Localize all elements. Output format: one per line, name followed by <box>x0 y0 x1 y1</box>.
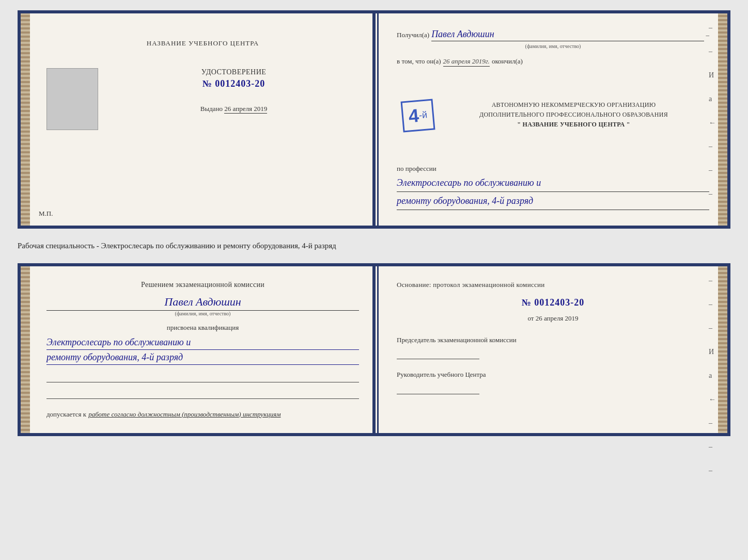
cert-photo-area: УДОСТОВЕРЕНИЕ № 0012403-20 Выдано 26 апр… <box>46 68 359 130</box>
dopuskaetsya-value: работе согласно должностным (производств… <box>88 410 280 418</box>
blank-line-1 <box>46 373 359 382</box>
profession-section: по профессии Электрослесарь по обслужива… <box>397 165 709 210</box>
training-center-title: НАЗВАНИЕ УЧЕБНОГО ЦЕНТРА <box>46 39 359 47</box>
blank-line-2 <box>46 390 359 399</box>
b-dash-3: – <box>709 324 716 332</box>
bottom-right-binding-strip <box>718 266 727 433</box>
grade-stamp: 4-й <box>401 99 435 132</box>
photo-placeholder <box>46 68 98 130</box>
issued-label: Выдано <box>200 105 223 113</box>
top-booklet: НАЗВАНИЕ УЧЕБНОГО ЦЕНТРА УДОСТОВЕРЕНИЕ №… <box>18 10 730 229</box>
dash-3: И <box>709 71 716 79</box>
cert-issued: Выдано 26 апреля 2019 <box>108 105 359 113</box>
protocol-number: № 0012403-20 <box>397 297 709 308</box>
org-line2: ДОПОЛНИТЕЛЬНОГО ПРОФЕССИОНАЛЬНОГО ОБРАЗО… <box>438 110 709 120</box>
stamp-grade-suffix: -й <box>418 109 428 120</box>
issued-date: 26 апреля 2019 <box>224 105 267 114</box>
cert-label: УДОСТОВЕРЕНИЕ <box>108 68 359 76</box>
okonchil-label: окончил(а) <box>492 57 523 66</box>
b-dash-9: – <box>709 467 716 475</box>
b-dash-5: а <box>709 372 716 380</box>
description-text: Рабочая специальность - Электрослесарь п… <box>18 238 730 254</box>
chairman-section: Председатель экзаменационной комиссии <box>397 335 709 360</box>
dash-4: а <box>709 95 716 103</box>
bottom-booklet-right: Основание: протокол экзаменационной коми… <box>379 266 727 433</box>
qualification-line2: ремонту оборудования, 4-й разряд <box>46 352 359 365</box>
right-binding-strip <box>718 13 727 226</box>
dash-7: – <box>709 166 716 174</box>
v-tom-date: 26 апреля 2019г. <box>443 57 490 67</box>
b-dash-6: ← <box>709 395 716 404</box>
dash-1: – <box>709 24 716 32</box>
cert-number-prefix: № <box>202 78 212 89</box>
commission-title: Решением экзаменационной комиссии <box>46 281 359 289</box>
bottom-booklet: Решением экзаменационной комиссии Павел … <box>18 263 730 436</box>
dopuskaetsya-label: допускается к <box>46 410 86 418</box>
cert-number-section: УДОСТОВЕРЕНИЕ № 0012403-20 Выдано 26 апр… <box>108 68 359 113</box>
top-booklet-right: Получил(а) Павел Авдюшин – (фамилия, имя… <box>379 13 727 226</box>
blank-lines <box>46 373 359 399</box>
director-signature-line <box>397 384 479 394</box>
b-dash-8: – <box>709 443 716 451</box>
top-booklet-left: НАЗВАНИЕ УЧЕБНОГО ЦЕНТРА УДОСТОВЕРЕНИЕ №… <box>21 13 379 226</box>
b-dash-1: – <box>709 277 716 285</box>
org-name-line: " НАЗВАНИЕ УЧЕБНОГО ЦЕНТРА " <box>438 120 709 130</box>
b-dash-4: И <box>709 348 716 356</box>
ot-prefix: от <box>527 314 534 322</box>
ot-date-value: 26 апреля 2019 <box>536 314 579 322</box>
v-tom-label: в том, что он(а) <box>397 57 441 66</box>
profession-value-line2: ремонту оборудования, 4-й разряд <box>397 194 709 210</box>
right-margin-dashes: – – И а ← – – – <box>709 24 716 198</box>
received-name: Павел Авдюшин <box>431 29 704 41</box>
po-professii-label: по профессии <box>397 165 709 173</box>
chairman-signature-line <box>397 349 479 359</box>
dash-5: ← <box>709 119 716 127</box>
org-lines: АВТОНОМНУЮ НЕКОММЕРЧЕСКУЮ ОРГАНИЗАЦИЮ ДО… <box>397 98 709 130</box>
stamp-grade-number: 4 <box>408 105 420 127</box>
dash-8: – <box>709 190 716 198</box>
b-dash-7: – <box>709 419 716 427</box>
protocol-number-prefix: № <box>522 297 532 308</box>
dash-2: – <box>709 47 716 56</box>
bottom-right-margin-dashes: – – – И а ← – – – <box>709 277 716 475</box>
profession-value-line1: Электрослесарь по обслуживанию и <box>397 176 709 192</box>
person-name-cursive: Павел Авдюшин <box>46 295 359 311</box>
qualification-line1: Электрослесарь по обслуживанию и <box>46 337 359 350</box>
b-dash-2: – <box>709 300 716 309</box>
ot-date-line: от 26 апреля 2019 <box>397 314 709 323</box>
cert-number-value: 0012403-20 <box>215 78 265 89</box>
osnovanie-title: Основание: протокол экзаменационной коми… <box>397 281 709 289</box>
mp-label: М.П. <box>39 210 53 218</box>
received-label: Получил(а) <box>397 31 429 39</box>
prisvoena-label: присвоена квалификация <box>46 324 359 332</box>
protocol-number-value: 0012403-20 <box>534 297 584 308</box>
org-line1: АВТОНОМНУЮ НЕКОММЕРЧЕСКУЮ ОРГАНИЗАЦИЮ <box>438 100 709 110</box>
director-section: Руководитель учебного Центра <box>397 370 709 394</box>
dash-6: – <box>709 142 716 151</box>
cert-number: № 0012403-20 <box>108 78 359 89</box>
dopuskaetsya-section: допускается к работе согласно должностны… <box>46 409 359 419</box>
director-label: Руководитель учебного Центра <box>397 370 709 380</box>
bottom-booklet-left: Решением экзаменационной комиссии Павел … <box>21 266 379 433</box>
fio-sub-bottom: (фамилия, имя, отчество) <box>46 311 359 316</box>
chairman-label: Председатель экзаменационной комиссии <box>397 335 709 345</box>
v-tom-line: в том, что он(а) 26 апреля 2019г. окончи… <box>397 57 709 67</box>
fio-subtitle: (фамилия, имя, отчество) <box>397 43 709 49</box>
received-line: Получил(а) Павел Авдюшин – <box>397 29 709 41</box>
